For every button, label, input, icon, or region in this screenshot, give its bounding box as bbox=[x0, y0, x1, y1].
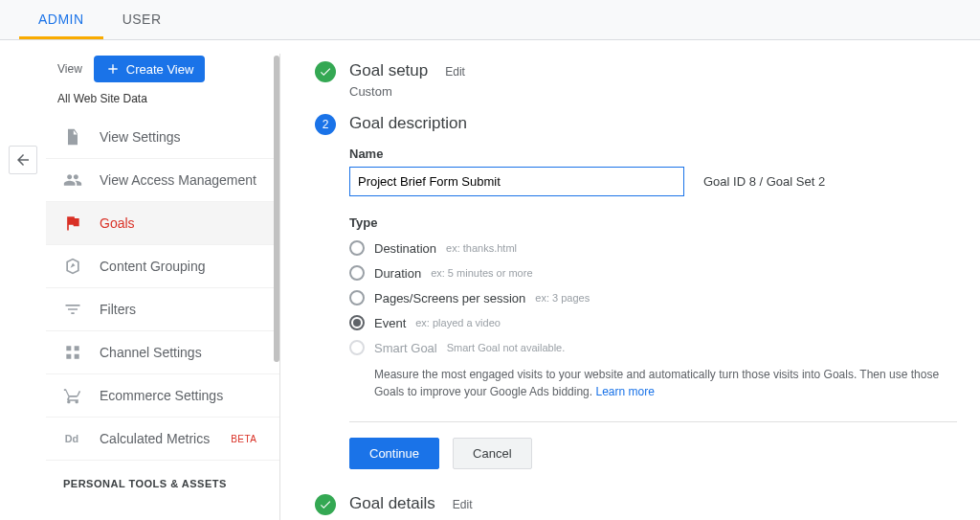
step-setup-subtitle: Custom bbox=[349, 84, 957, 99]
step-setup-title: Goal setup bbox=[349, 61, 428, 80]
channel-icon bbox=[63, 343, 82, 362]
filter-icon bbox=[63, 300, 82, 319]
smart-goal-description: Measure the most engaged visits to your … bbox=[374, 366, 957, 400]
radio-label: Event bbox=[374, 316, 406, 330]
view-label: View bbox=[57, 62, 82, 76]
radio-label: Duration bbox=[374, 266, 421, 281]
radio-icon bbox=[349, 265, 365, 281]
learn-more-link[interactable]: Learn more bbox=[595, 385, 654, 398]
sidebar-item-view-access[interactable]: View Access Management bbox=[46, 159, 279, 202]
sidebar-item-label: Content Grouping bbox=[100, 259, 206, 274]
file-icon bbox=[63, 127, 82, 147]
sidebar-item-label: Goals bbox=[100, 215, 135, 231]
arrow-left-icon bbox=[14, 151, 32, 169]
radio-icon-disabled bbox=[349, 340, 365, 355]
tab-admin[interactable]: ADMIN bbox=[19, 0, 103, 39]
radio-example: ex: 3 pages bbox=[535, 292, 590, 304]
sidebar-item-goals[interactable]: Goals bbox=[46, 202, 279, 245]
compass-icon bbox=[63, 257, 82, 276]
tab-user[interactable]: USER bbox=[103, 0, 181, 39]
continue-button[interactable]: Continue bbox=[349, 438, 439, 469]
current-view-name[interactable]: All Web Site Data bbox=[46, 92, 279, 116]
radio-icon bbox=[349, 290, 365, 305]
check-icon bbox=[319, 498, 332, 511]
plus-icon bbox=[105, 61, 121, 77]
sidebar-item-filters[interactable]: Filters bbox=[46, 288, 279, 331]
sidebar-item-label: Ecommerce Settings bbox=[100, 388, 223, 403]
cart-icon bbox=[63, 386, 82, 405]
radio-event[interactable]: Event ex: played a video bbox=[349, 310, 957, 335]
people-icon bbox=[63, 170, 82, 190]
name-field-label: Name bbox=[349, 147, 957, 161]
svg-text:Dd: Dd bbox=[65, 433, 78, 444]
sidebar-item-ecommerce[interactable]: Ecommerce Settings bbox=[46, 374, 279, 418]
step-setup-edit[interactable]: Edit bbox=[445, 65, 465, 79]
radio-duration[interactable]: Duration ex: 5 minutes or more bbox=[349, 260, 957, 285]
sidebar-item-label: Calculated Metrics bbox=[100, 431, 210, 446]
radio-example: ex: 5 minutes or more bbox=[431, 267, 532, 279]
create-view-label: Create View bbox=[126, 62, 194, 77]
sidebar-item-label: Channel Settings bbox=[100, 345, 202, 360]
radio-icon-selected bbox=[349, 315, 365, 330]
separator bbox=[349, 421, 957, 422]
step-done-badge bbox=[315, 494, 336, 515]
step-details-edit[interactable]: Edit bbox=[453, 498, 473, 511]
radio-example: Smart Goal not available. bbox=[447, 342, 566, 353]
sidebar-item-label: Filters bbox=[100, 302, 136, 317]
goal-id-text: Goal ID 8 / Goal Set 2 bbox=[703, 174, 825, 189]
check-icon bbox=[319, 65, 332, 79]
flag-icon bbox=[63, 214, 82, 233]
radio-label: Pages/Screens per session bbox=[374, 291, 525, 305]
sidebar-item-view-settings[interactable]: View Settings bbox=[46, 116, 279, 159]
step-done-badge bbox=[315, 61, 336, 82]
sidebar-item-content-grouping[interactable]: Content Grouping bbox=[46, 245, 279, 288]
create-view-button[interactable]: Create View bbox=[94, 56, 206, 82]
radio-label: Destination bbox=[374, 241, 436, 256]
back-arrow-button[interactable] bbox=[9, 146, 37, 174]
radio-example: ex: thanks.html bbox=[446, 242, 517, 254]
sidebar-item-calculated-metrics[interactable]: Dd Calculated Metrics BETA bbox=[46, 418, 279, 461]
radio-icon bbox=[349, 240, 365, 256]
radio-example: ex: played a video bbox=[415, 317, 501, 328]
radio-pages[interactable]: Pages/Screens per session ex: 3 pages bbox=[349, 285, 957, 310]
step-desc-title: Goal description bbox=[349, 114, 467, 133]
dd-icon: Dd bbox=[63, 429, 82, 448]
sidebar-scrollbar[interactable] bbox=[274, 56, 279, 362]
radio-destination[interactable]: Destination ex: thanks.html bbox=[349, 236, 957, 260]
sidebar-item-label: View Access Management bbox=[100, 172, 256, 188]
type-field-label: Type bbox=[349, 215, 957, 230]
sidebar-section-header: PERSONAL TOOLS & ASSETS bbox=[46, 461, 279, 495]
radio-smart-goal: Smart Goal Smart Goal not available. bbox=[349, 335, 957, 360]
sidebar-item-label: View Settings bbox=[100, 129, 181, 145]
step-details-title: Goal details bbox=[349, 494, 435, 513]
beta-badge: BETA bbox=[231, 434, 256, 444]
goal-name-input[interactable] bbox=[349, 167, 684, 196]
step-current-badge: 2 bbox=[315, 114, 336, 135]
radio-label: Smart Goal bbox=[374, 341, 437, 355]
sidebar-item-channel-settings[interactable]: Channel Settings bbox=[46, 331, 279, 374]
cancel-button[interactable]: Cancel bbox=[453, 438, 531, 469]
